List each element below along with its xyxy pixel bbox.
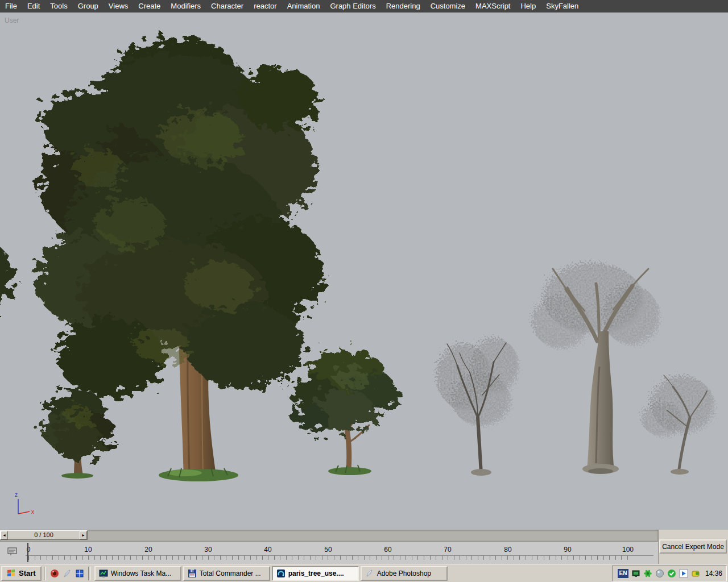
quicklaunch-media-icon[interactable]	[48, 567, 61, 580]
taskbar-separator	[88, 567, 90, 580]
small-leafy-bush[interactable]	[40, 384, 117, 483]
wispy-bare-tree[interactable]	[431, 332, 522, 477]
small-bare-tree[interactable]	[640, 369, 725, 477]
tray-icon-sphere[interactable]	[655, 569, 664, 578]
windows-logo-icon	[7, 569, 16, 577]
menu-item-tools[interactable]: Tools	[45, 0, 72, 13]
3ds-max-icon	[276, 569, 286, 578]
tray-icon-flower[interactable]	[643, 569, 652, 578]
previous-frame-button[interactable]: ◄	[1, 531, 8, 539]
task-button-photoshop[interactable]: Adobe Photoshop	[361, 566, 448, 581]
start-label: Start	[19, 569, 36, 577]
menu-item-create[interactable]: Create	[133, 0, 166, 13]
mini-curve-editor-icon[interactable]	[7, 547, 18, 556]
taskbar-clock[interactable]: 14:36	[705, 569, 722, 577]
partial-tree-left-edge[interactable]	[0, 243, 19, 329]
tray-icon-check[interactable]	[667, 569, 676, 578]
tray-icon-play[interactable]	[679, 569, 688, 578]
task-button-task-manager[interactable]: Windows Task Ma...	[94, 566, 181, 581]
time-slider-row[interactable]: ◄ 0 / 100 ►	[0, 530, 658, 541]
taskbar: Start	[0, 564, 728, 582]
tick-label-90: 90	[564, 546, 571, 554]
taskbar-separator	[44, 567, 46, 580]
tick-label-30: 30	[204, 546, 212, 554]
tray-icon-monitor[interactable]	[631, 569, 640, 578]
menu-item-help[interactable]: Help	[515, 0, 541, 13]
time-slider-value: 0 / 100	[8, 531, 80, 539]
task-label: Windows Task Ma...	[111, 569, 171, 577]
tray-icon-plug[interactable]	[691, 569, 700, 578]
menu-item-graph-editors[interactable]: Graph Editors	[325, 0, 380, 13]
task-label: Total Commander ...	[200, 569, 261, 577]
tick-label-40: 40	[264, 546, 271, 554]
menu-item-file[interactable]: File	[0, 0, 22, 13]
menu-item-animation[interactable]: Animation	[282, 0, 325, 13]
menu-bar: File Edit Tools Group Views Create Modif…	[0, 0, 728, 13]
current-frame-marker[interactable]	[27, 543, 28, 562]
tick-label-20: 20	[144, 546, 152, 554]
track-bar[interactable]: 0 10 20 30 40 50 60 70 80 90 100	[0, 541, 658, 564]
menu-item-modifiers[interactable]: Modifiers	[166, 0, 206, 13]
quicklaunch-feather-icon[interactable]	[61, 567, 73, 580]
tick-label-80: 80	[504, 546, 511, 554]
medium-leafy-tree[interactable]	[287, 346, 404, 479]
cancel-expert-mode-button[interactable]: Cancel Expert Mode	[659, 539, 727, 554]
menu-item-maxscript[interactable]: MAXScript	[470, 0, 515, 13]
language-indicator[interactable]: EN	[618, 569, 628, 578]
time-slider-handle[interactable]: ◄ 0 / 100 ►	[0, 530, 88, 540]
tick-label-50: 50	[324, 546, 332, 554]
menu-item-rendering[interactable]: Rendering	[381, 0, 425, 13]
viewport-user[interactable]: User	[0, 13, 728, 530]
tick-label-10: 10	[84, 546, 92, 554]
task-button-total-commander[interactable]: Total Commander ...	[183, 566, 270, 581]
axis-x-label: x	[31, 509, 34, 515]
menu-item-views[interactable]: Views	[104, 0, 133, 13]
task-label: Adobe Photoshop	[377, 569, 431, 577]
menu-item-reactor[interactable]: reactor	[249, 0, 282, 13]
quicklaunch-window-icon[interactable]	[73, 567, 86, 580]
command-panel-strip: Cancel Expert Mode	[658, 530, 728, 564]
task-manager-icon	[99, 569, 108, 578]
task-label: paris_tree_use....	[288, 569, 344, 577]
axis-x-line	[18, 512, 30, 514]
task-button-paris-tree[interactable]: paris_tree_use....	[272, 566, 359, 581]
system-tray: EN	[612, 566, 727, 581]
menu-item-skyfallen[interactable]: SkyFallen	[541, 0, 584, 13]
tick-label-60: 60	[384, 546, 391, 554]
menu-item-character[interactable]: Character	[206, 0, 249, 13]
axis-z-label: z	[15, 492, 18, 498]
photoshop-icon	[365, 569, 374, 578]
menu-item-edit[interactable]: Edit	[22, 0, 45, 13]
menu-item-group[interactable]: Group	[73, 0, 104, 13]
tick-label-70: 70	[444, 546, 451, 554]
viewport-label[interactable]: User	[5, 16, 19, 24]
total-commander-icon	[188, 569, 197, 578]
ruler-tick-marks	[28, 556, 630, 560]
menu-item-customize[interactable]: Customize	[425, 0, 470, 13]
axis-gizmo: z x	[13, 490, 44, 519]
next-frame-button[interactable]: ►	[80, 531, 87, 539]
tick-label-100: 100	[622, 546, 634, 554]
screen: File Edit Tools Group Views Create Modif…	[0, 0, 728, 582]
start-button[interactable]: Start	[1, 566, 42, 581]
